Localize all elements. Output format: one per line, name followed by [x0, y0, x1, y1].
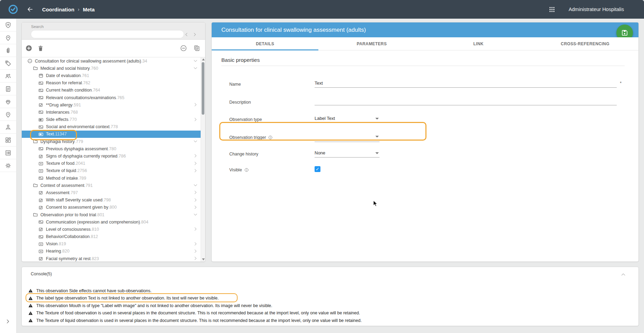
duplicate-button[interactable]	[193, 45, 200, 53]
observation-trigger-select[interactable]	[315, 134, 379, 142]
tree-node-texture-of-food[interactable]: Texture of food.2041	[22, 160, 201, 167]
tree-node-side-effects[interactable]: Side effects.770	[22, 116, 201, 123]
chevron-right-icon[interactable]	[193, 161, 198, 167]
rail-item-caregiver[interactable]	[0, 121, 16, 134]
scroll-down-arrow[interactable]	[202, 258, 205, 260]
user-menu[interactable]: Administrateur Hospitalis	[569, 7, 624, 12]
tree-node-drug-allergy[interactable]: **Drug allergy.591	[22, 101, 201, 108]
tree-node-medical-and-social-history[interactable]: Medical and social history.760	[22, 65, 201, 72]
tree-node-with-staff-severity-scale-used[interactable]: With staff Severity scale used.798	[22, 197, 201, 204]
tree-node-reason-for-referral[interactable]: Reason for referral.762	[22, 79, 201, 87]
chevron-down-icon[interactable]	[193, 212, 198, 218]
label-box-icon	[38, 132, 44, 137]
rail-item-location-pin[interactable]	[0, 108, 16, 121]
tree-node-texture-of-liquid[interactable]: Texture of liquid.2756	[22, 167, 201, 174]
search-next-button[interactable]	[192, 32, 197, 38]
rail-item-settings[interactable]	[0, 159, 16, 172]
delete-observation-button[interactable]	[37, 45, 44, 53]
change-history-select[interactable]: None	[315, 150, 379, 158]
rail-item-medical-shield[interactable]	[0, 19, 16, 31]
chevron-down-icon[interactable]	[193, 66, 198, 72]
rail-item-heart-pulse[interactable]	[0, 95, 16, 108]
search-previous-button[interactable]	[184, 32, 189, 38]
tree-node-level-of-consciousness[interactable]: Level of consciousness.810	[22, 226, 201, 233]
console-collapse-button[interactable]	[621, 272, 626, 279]
expand-panel-button[interactable]	[5, 318, 11, 326]
collapse-all-button[interactable]	[180, 45, 187, 53]
tree-node-context-of-assessment[interactable]: Context of assessment.791	[22, 182, 201, 189]
tree-node-social-and-environmental-context[interactable]: Social and environmental context.778	[22, 123, 201, 131]
top-bar: Coordination › Meta Administrateur Hospi…	[0, 0, 644, 19]
chevron-down-icon[interactable]	[193, 58, 198, 64]
rail-item-care-team[interactable]	[0, 70, 16, 83]
apps-grid-icon[interactable]	[548, 6, 556, 13]
chevron-right-icon[interactable]	[193, 205, 198, 211]
rail-item-attachment[interactable]	[0, 44, 16, 57]
tab-cross-referencing[interactable]: CROSS-REFERENCING	[532, 37, 638, 50]
breadcrumb: Coordination › Meta	[42, 7, 95, 12]
tree-node-date-of-evaluation[interactable]: Date of evaluation.761	[22, 72, 201, 79]
tree-scrollbar[interactable]	[201, 57, 205, 261]
info-icon[interactable]	[244, 168, 249, 172]
tree-node-signs-of-dysphagia-currently-reported[interactable]: Signs of dysphagia currently reported.78…	[22, 152, 201, 160]
rail-item-tag[interactable]	[0, 57, 16, 70]
tree-node-hearing[interactable]: Hearing.820	[22, 248, 201, 255]
warning-icon	[28, 296, 33, 301]
rail-item-modules[interactable]	[0, 134, 16, 146]
observation-type-select[interactable]: Label Text	[315, 116, 379, 123]
tree-node-dysphagia-history[interactable]: Dysphagia history.779	[22, 138, 201, 145]
chevron-right-icon[interactable]	[193, 198, 198, 203]
console-title: Console(5)	[31, 272, 52, 276]
add-observation-button[interactable]	[25, 45, 32, 53]
text-field-icon	[38, 146, 44, 151]
tab-link[interactable]: LINK	[425, 37, 532, 50]
tree-node-consultation-for-clinical-swallowing-assessment-adults[interactable]: Consultation for clinical swallowing ass…	[22, 57, 201, 65]
rail-item-list[interactable]	[0, 146, 16, 159]
tree-node-communication-expression-and-comprehension[interactable]: Communication (expression and comprehens…	[22, 218, 201, 226]
tab-details[interactable]: DETAILS	[212, 37, 318, 50]
chevron-right-icon[interactable]	[193, 241, 198, 247]
tab-parameters[interactable]: PARAMETERS	[318, 37, 425, 50]
field-row-name: Name Text *	[212, 80, 638, 94]
scroll-up-arrow[interactable]	[202, 58, 205, 60]
tree-node-current-health-condition[interactable]: Current health condition.764	[22, 87, 201, 94]
chevron-right-icon[interactable]	[193, 227, 198, 232]
warning-icon	[28, 296, 33, 301]
tree-node-label: Signs of dysphagia currently reported	[46, 154, 117, 159]
tree-node-behavior-collaboration[interactable]: Behavior/Collaboration.812	[22, 233, 201, 240]
tree-node-relevant-consultations-examinations[interactable]: Relevant consultations/examinations.765	[22, 94, 201, 101]
tree-node-method-of-intake[interactable]: Method of intake.789	[22, 174, 201, 182]
tree-node-assessment[interactable]: Assessment.797	[22, 189, 201, 196]
chevron-right-icon[interactable]	[193, 102, 198, 108]
tree-node-vision[interactable]: Vision.819	[22, 240, 201, 248]
chevron-right-icon[interactable]	[193, 117, 198, 123]
chevron-right-icon[interactable]	[193, 153, 198, 159]
rail-item-location-pin[interactable]	[0, 31, 16, 44]
breadcrumb-meta[interactable]: Meta	[83, 7, 95, 12]
chevron-right-icon[interactable]	[193, 256, 198, 261]
tree-node-intolerances[interactable]: Intolerances.768	[22, 108, 201, 116]
text-field-icon	[38, 234, 44, 239]
tree-node-facial-symmetry-at-rest[interactable]: Facial symmetry at rest.823	[22, 255, 201, 261]
chevron-right-icon	[193, 153, 198, 158]
visible-checkbox[interactable]: ✓	[315, 166, 320, 172]
chevron-right-icon[interactable]	[193, 190, 198, 196]
chevron-right-icon[interactable]	[193, 168, 198, 174]
breadcrumb-coordination[interactable]: Coordination	[42, 7, 74, 12]
scrollbar-thumb[interactable]	[202, 62, 204, 115]
search-input[interactable]	[31, 30, 184, 38]
chevron-down-icon[interactable]	[193, 183, 198, 189]
tree-node-consent-to-assessment-given-by[interactable]: Consent to assessment given by.800	[22, 204, 201, 211]
back-button[interactable]	[26, 6, 34, 13]
info-icon[interactable]	[268, 135, 273, 140]
tree-node-text[interactable]: Text.11347	[22, 131, 201, 138]
name-input[interactable]: Text *	[315, 80, 617, 88]
chevron-right-icon[interactable]	[193, 249, 198, 255]
rail-item-document[interactable]	[0, 83, 16, 95]
field-row-change-history: Change history None	[212, 150, 638, 164]
chevron-right-icon	[193, 161, 198, 166]
tree-node-observation-prior-to-food-trial[interactable]: Observation prior to food trial.801	[22, 211, 201, 218]
chevron-down-icon[interactable]	[193, 139, 198, 145]
description-input[interactable]	[315, 98, 617, 105]
tree-node-previous-dysphagia-assessment[interactable]: Previous dysphagia assessment.780	[22, 145, 201, 152]
